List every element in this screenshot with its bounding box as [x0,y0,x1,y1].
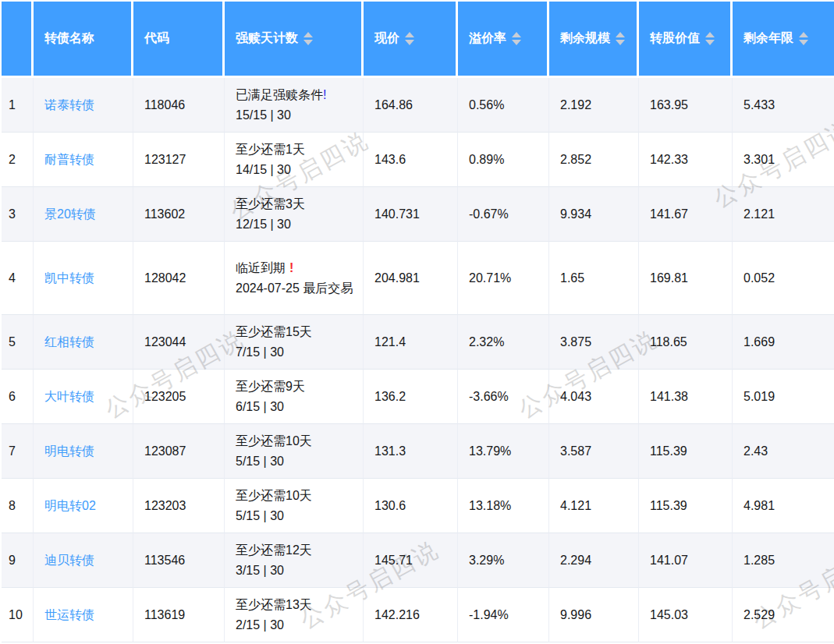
caret-down-icon[interactable] [705,40,715,45]
conversion-value: 115.39 [639,479,733,533]
bond-name-link[interactable]: 迪贝转债 [44,554,94,567]
premium-rate: 2.32% [458,315,549,370]
years-left: 3.301 [733,133,834,187]
conversion-value: 163.95 [639,78,733,133]
bond-name-cell: 明电转02 [34,479,133,533]
redeem-text: 至少还需3天 [236,197,305,211]
col-header-price[interactable]: 现价 [364,0,458,78]
redeem-status: 至少还需13天 2/15 | 30 [225,588,364,642]
remaining-size: 2.852 [549,133,639,187]
caret-down-icon[interactable] [799,40,808,45]
row-index: 2 [2,133,34,187]
redeem-text: 临近到期 [236,261,286,274]
col-header-redeem-count[interactable]: 强赎天计数 [225,0,364,78]
caret-up-icon[interactable] [705,32,715,37]
bond-name-link[interactable]: 景20转债 [44,207,96,221]
row-index: 8 [2,479,34,533]
col-header-premium[interactable]: 溢价率 [458,0,549,78]
caret-up-icon[interactable] [799,32,808,37]
redeem-status: 至少还需10天 5/15 | 30 [225,479,364,533]
table-row: 8 明电转02 123203 至少还需10天 5/15 | 30 130.6 1… [2,479,834,533]
years-left: 5.433 [733,78,834,133]
bond-name-link[interactable]: 明电转02 [44,499,96,512]
table-row: 6 大叶转债 123205 至少还需9天 6/15 | 30 136.2 -3.… [2,370,834,424]
premium-rate: -3.66% [458,370,549,424]
table-row: 7 明电转债 123087 至少还需10天 5/15 | 30 131.3 13… [2,424,834,479]
table-row: 3 景20转债 113602 至少还需3天 12/15 | 30 140.731… [2,187,834,242]
row-index: 1 [2,78,34,133]
bond-name-cell: 凯中转债 [34,242,133,315]
redeem-status: 至少还需12天 3/15 | 30 [225,533,364,588]
caret-up-icon[interactable] [405,32,414,37]
col-header-conversion-value[interactable]: 转股价值 [639,0,733,78]
table-row: 4 凯中转债 128042 临近到期! 2024-07-25 最后交易 204.… [2,242,834,315]
sort-icon[interactable] [303,32,313,45]
col-header-years-left[interactable]: 剩余年限 [733,0,834,78]
remaining-size: 9.996 [549,588,639,642]
row-index: 4 [2,242,34,315]
bond-code: 113619 [133,588,225,642]
redeem-text: 至少还需12天 [236,543,312,557]
current-price: 145.71 [364,533,458,588]
bond-name-link[interactable]: 耐普转债 [44,153,94,166]
caret-down-icon[interactable] [512,40,521,45]
bond-code: 123205 [133,370,225,424]
bond-name-link[interactable]: 世运转债 [44,608,94,621]
redeem-progress: 5/15 | 30 [236,451,358,472]
row-index: 10 [2,588,34,642]
bond-name-link[interactable]: 红相转债 [44,335,94,349]
bond-code: 118046 [133,78,225,133]
col-header-remaining-size[interactable]: 剩余规模 [549,0,639,78]
bond-name-link[interactable]: 大叶转债 [44,390,94,403]
redeem-status: 至少还需9天 6/15 | 30 [225,370,364,424]
row-index: 3 [2,187,34,242]
redeem-progress: 14/15 | 30 [236,160,358,180]
current-price: 130.6 [364,479,458,533]
conversion-value: 169.81 [639,242,733,315]
bond-code: 123087 [133,424,225,479]
row-index: 7 [2,424,34,479]
bond-code: 113602 [133,187,225,242]
premium-rate: 20.71% [458,242,549,315]
sort-icon[interactable] [705,32,715,45]
conversion-value: 145.03 [639,588,733,642]
bond-name-link[interactable]: 明电转债 [44,444,94,458]
remaining-size: 3.587 [549,424,639,479]
table-row: 1 诺泰转债 118046 已满足强赎条件! 15/15 | 30 164.86… [2,78,834,133]
caret-up-icon[interactable] [303,32,313,37]
table-body: 1 诺泰转债 118046 已满足强赎条件! 15/15 | 30 164.86… [2,78,834,642]
years-left: 0.052 [733,242,834,315]
redeem-text: 已满足强赎条件 [236,88,323,101]
remaining-size: 4.043 [549,370,639,424]
bond-name-link[interactable]: 诺泰转债 [44,98,94,111]
caret-down-icon[interactable] [405,40,414,45]
sort-icon[interactable] [405,32,414,45]
bond-name-link[interactable]: 凯中转债 [44,271,94,285]
remaining-size: 3.875 [549,315,639,370]
bond-name-cell: 世运转债 [34,588,133,642]
redeem-alert-mark: ! [323,88,326,101]
years-left: 1.669 [733,315,834,370]
bond-name-cell: 大叶转债 [34,370,133,424]
redeem-text: 至少还需9天 [236,380,305,393]
table-row: 5 红相转债 123044 至少还需15天 7/15 | 30 121.4 2.… [2,315,834,370]
premium-rate: -1.94% [458,588,549,642]
caret-up-icon[interactable] [616,32,625,37]
redeem-progress: 12/15 | 30 [236,214,358,235]
redeem-text: 至少还需10天 [236,489,312,502]
table-row: 9 迪贝转债 113546 至少还需12天 3/15 | 30 145.71 3… [2,533,834,588]
redeem-alert-mark: ! [289,261,293,274]
conversion-value: 115.39 [639,424,733,479]
caret-up-icon[interactable] [512,32,521,37]
caret-down-icon[interactable] [616,40,625,45]
row-index: 5 [2,315,34,370]
redeem-progress: 3/15 | 30 [236,561,358,581]
remaining-size: 2.294 [549,533,639,588]
sort-icon[interactable] [799,32,808,45]
sort-icon[interactable] [512,32,521,45]
premium-rate: -0.67% [458,187,549,242]
caret-down-icon[interactable] [303,40,313,45]
table-row: 10 世运转债 113619 至少还需13天 2/15 | 30 142.216… [2,588,834,642]
sort-icon[interactable] [616,32,625,45]
redeem-status: 至少还需15天 7/15 | 30 [225,315,364,370]
